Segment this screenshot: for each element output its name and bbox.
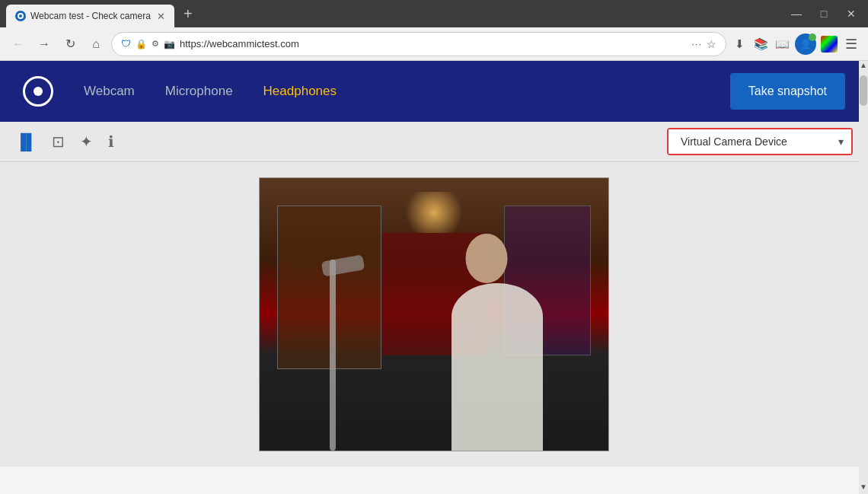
- info-icon[interactable]: ℹ: [108, 132, 114, 151]
- tab-close-button[interactable]: ✕: [157, 11, 165, 22]
- extensions-icon[interactable]: [821, 36, 838, 53]
- url-more-button[interactable]: ···: [691, 38, 702, 49]
- user-profile-button[interactable]: 👤: [795, 33, 816, 55]
- url-text: https://webcammictest.com: [180, 38, 687, 49]
- nav-links: Webcam Microphone Headphones: [84, 78, 730, 105]
- take-snapshot-button[interactable]: Take snapshot: [730, 73, 845, 110]
- camera-device-select[interactable]: Virtual Camera Device: [669, 129, 851, 154]
- crop-icon[interactable]: ⊡: [52, 132, 65, 151]
- scrollbar: ▲ ▼: [859, 61, 868, 494]
- scrollbar-thumb[interactable]: [860, 75, 867, 106]
- library-icon[interactable]: 📚: [752, 36, 769, 53]
- forward-button[interactable]: →: [34, 33, 55, 55]
- scrollbar-down-button[interactable]: ▼: [860, 483, 867, 491]
- browser-window: Webcam test - Check camera o ✕ + — □ ✕ ←…: [0, 0, 868, 61]
- bars-icon[interactable]: ▐▌: [15, 133, 37, 151]
- lock-icon: 🔒: [136, 39, 147, 49]
- nav-microphone-link[interactable]: Microphone: [165, 78, 233, 105]
- webpage: Webcam Microphone Headphones Take snapsh…: [0, 61, 868, 494]
- home-button[interactable]: ⌂: [85, 33, 107, 55]
- video-area: [0, 162, 868, 467]
- minimize-button[interactable]: —: [786, 3, 807, 24]
- close-window-button[interactable]: ✕: [841, 3, 862, 24]
- refresh-button[interactable]: ↻: [59, 33, 81, 55]
- toolbar: ▐▌ ⊡ ✦ ℹ Virtual Camera Device ▾: [0, 122, 868, 162]
- scrollbar-up-button[interactable]: ▲: [860, 61, 867, 69]
- camera-select-wrapper: Virtual Camera Device ▾: [667, 128, 853, 155]
- active-tab[interactable]: Webcam test - Check camera o ✕: [6, 5, 174, 27]
- nav-headphones-link[interactable]: Headphones: [263, 78, 337, 105]
- permission-indicator: ⚙: [152, 39, 159, 49]
- reader-icon[interactable]: 📖: [774, 36, 790, 53]
- new-tab-button[interactable]: +: [177, 2, 199, 25]
- address-bar-row: ← → ↻ ⌂ 🛡 🔒 ⚙ 📷 https://webcammictest.co…: [0, 27, 868, 61]
- site-nav: Webcam Microphone Headphones Take snapsh…: [0, 61, 868, 122]
- privacy-shield-icon: 🛡: [121, 38, 131, 49]
- tab-title: Webcam test - Check camera o: [30, 11, 152, 21]
- maximize-button[interactable]: □: [813, 3, 834, 24]
- browser-menu-button[interactable]: ☰: [842, 33, 860, 56]
- address-bar[interactable]: 🛡 🔒 ⚙ 📷 https://webcammictest.com ··· ☆: [111, 32, 726, 56]
- webcam-preview: [259, 177, 609, 451]
- nav-webcam-link[interactable]: Webcam: [84, 78, 135, 105]
- site-logo: [23, 76, 53, 107]
- download-icon[interactable]: ⬇: [731, 36, 748, 53]
- tab-bar: Webcam test - Check camera o ✕ + — □ ✕: [0, 0, 868, 27]
- camera-permission-icon: 📷: [164, 39, 175, 49]
- back-button[interactable]: ←: [8, 33, 29, 55]
- bookmark-icon[interactable]: ☆: [707, 38, 716, 50]
- magic-icon[interactable]: ✦: [80, 132, 93, 151]
- logo-icon: [23, 76, 53, 107]
- tab-favicon: [15, 11, 26, 21]
